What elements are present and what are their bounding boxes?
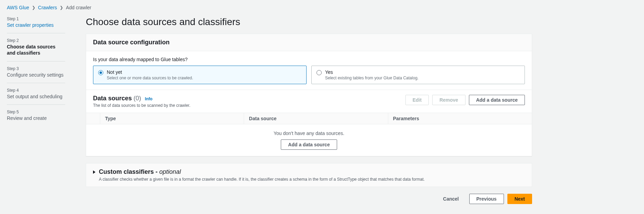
data-sources-table-header: Type Data source Parameters: [86, 113, 532, 124]
data-sources-header: Data sources (0) Info The list of data s…: [86, 90, 532, 113]
column-data-source[interactable]: Data source: [244, 113, 388, 124]
step-2: Step 2 Choose data sources and classifie…: [7, 38, 65, 61]
breadcrumb-link-glue[interactable]: AWS Glue: [7, 5, 29, 10]
step-number: Step 3: [7, 66, 65, 71]
classifiers-desc: A classifier checks whether a given file…: [99, 177, 525, 182]
step-title: Configure security settings: [7, 72, 65, 78]
custom-classifiers-panel: Custom classifiers - optional A classifi…: [86, 163, 532, 187]
next-button[interactable]: Next: [507, 194, 532, 204]
empty-message: You don't have any data sources.: [92, 131, 526, 136]
config-question: Is your data already mapped to Glue tabl…: [93, 57, 525, 62]
option-desc: Select existing tables from your Glue Da…: [325, 76, 418, 80]
remove-button[interactable]: Remove: [432, 95, 465, 105]
chevron-right-icon: ❯: [60, 5, 63, 10]
step-number: Step 2: [7, 38, 65, 43]
step-title: Review and create: [7, 115, 65, 121]
radio-option-not-yet[interactable]: Not yet Select one or more data sources …: [93, 66, 307, 84]
step-title: Set crawler properties: [7, 22, 65, 28]
empty-state: You don't have any data sources. Add a d…: [86, 124, 532, 156]
main-content: Choose data sources and classifiers Data…: [86, 16, 532, 204]
step-title: Choose data sources and classifiers: [7, 44, 65, 56]
step-1[interactable]: Step 1 Set crawler properties: [7, 16, 65, 33]
classifiers-title: Custom classifiers - optional: [99, 168, 181, 176]
step-number: Step 1: [7, 16, 65, 21]
step-5: Step 5 Review and create: [7, 110, 65, 126]
caret-right-icon: [93, 170, 95, 174]
breadcrumb-current: Add crawler: [66, 5, 91, 10]
step-title: Set output and scheduling: [7, 93, 65, 100]
info-link[interactable]: Info: [145, 97, 152, 101]
previous-button[interactable]: Previous: [469, 194, 504, 204]
step-4: Step 4 Set output and scheduling: [7, 88, 65, 105]
data-sources-count: (0): [134, 95, 141, 102]
option-title: Yes: [325, 69, 418, 75]
data-source-config-panel: Data source configuration Is your data a…: [86, 34, 532, 156]
radio-icon: [317, 70, 322, 75]
expand-toggle[interactable]: Custom classifiers - optional: [93, 168, 525, 176]
edit-button[interactable]: Edit: [405, 95, 429, 105]
step-number: Step 4: [7, 88, 65, 93]
radio-option-yes[interactable]: Yes Select existing tables from your Glu…: [311, 66, 525, 84]
page-title: Choose data sources and classifiers: [86, 16, 532, 27]
option-title: Not yet: [107, 69, 193, 75]
chevron-right-icon: ❯: [32, 5, 35, 10]
panel-title: Data source configuration: [93, 39, 525, 46]
add-data-source-empty-button[interactable]: Add a data source: [281, 139, 337, 150]
data-sources-subtitle: The list of data sources to be scanned b…: [93, 103, 191, 108]
step-3: Step 3 Configure security settings: [7, 66, 65, 83]
column-type[interactable]: Type: [100, 113, 244, 124]
data-sources-title: Data sources (0): [93, 95, 143, 102]
step-number: Step 5: [7, 110, 65, 114]
column-parameters[interactable]: Parameters: [388, 113, 532, 124]
checkbox-column: [86, 113, 100, 124]
wizard-steps-sidebar: Step 1 Set crawler properties Step 2 Cho…: [7, 16, 65, 204]
option-desc: Select one or more data sources to be cr…: [107, 76, 193, 80]
add-data-source-button[interactable]: Add a data source: [469, 95, 525, 105]
breadcrumb-link-crawlers[interactable]: Crawlers: [38, 5, 57, 10]
breadcrumb: AWS Glue ❯ Crawlers ❯ Add crawler: [7, 5, 637, 10]
wizard-footer: Cancel Previous Next: [86, 194, 532, 204]
cancel-button[interactable]: Cancel: [436, 194, 466, 204]
radio-icon: [98, 70, 103, 75]
